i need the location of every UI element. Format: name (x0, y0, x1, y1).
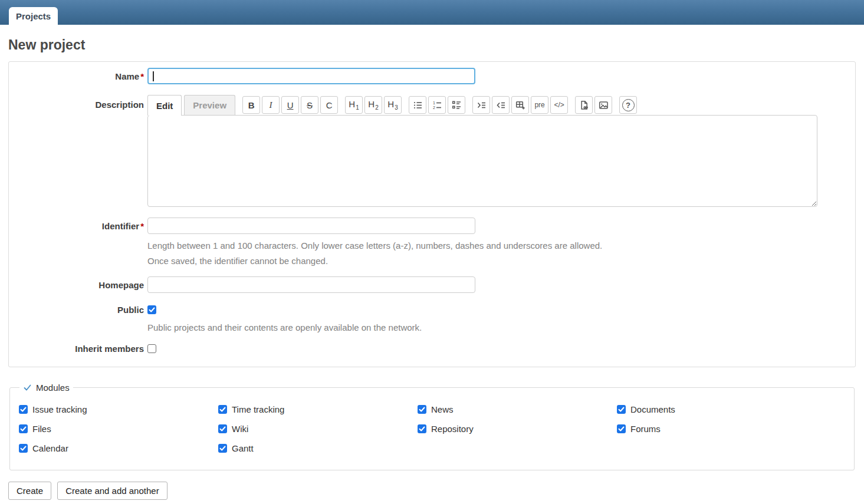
main-content: New project Name* Description Edit Previ… (0, 37, 864, 500)
checkbox-checked (617, 405, 626, 414)
insert-table-button[interactable] (511, 96, 529, 114)
tab-preview[interactable]: Preview (184, 95, 235, 115)
tab-edit[interactable]: Edit (147, 95, 182, 116)
quote-button[interactable] (472, 96, 490, 114)
form-actions: Create Create and add another (8, 482, 856, 500)
italic-button[interactable]: I (262, 96, 280, 114)
identifier-label: Identifier* (16, 221, 147, 231)
svg-text:2: 2 (433, 106, 435, 110)
underline-icon: U (287, 100, 294, 110)
identifier-row: Identifier* (16, 218, 848, 234)
module-calendar[interactable]: Calendar (19, 443, 218, 453)
strikethrough-button[interactable]: S (301, 96, 318, 114)
text-caret (153, 71, 154, 81)
underline-button[interactable]: U (281, 96, 299, 114)
checkbox-checked (617, 424, 626, 433)
ordered-list-button[interactable]: 1 2 (428, 96, 446, 114)
checkmark-icon (618, 406, 625, 413)
module-documents[interactable]: Documents (617, 404, 816, 414)
checkbox-checked (19, 405, 28, 414)
checkbox-checked (19, 444, 28, 453)
heading2-button[interactable]: H2 (364, 96, 382, 114)
homepage-row: Homepage (16, 276, 848, 293)
module-files[interactable]: Files (19, 424, 218, 434)
inline-code-button[interactable]: C (320, 96, 338, 114)
module-issue-tracking[interactable]: Issue tracking (19, 404, 218, 414)
checkbox-checked (418, 405, 426, 414)
heading1-button[interactable]: H1 (345, 96, 363, 114)
preformatted-button[interactable]: pre (531, 96, 548, 114)
module-forums[interactable]: Forums (617, 424, 816, 434)
public-label: Public (16, 305, 147, 315)
description-row: Description Edit Preview B I U S C H1 H2… (16, 95, 848, 207)
required-asterisk: * (140, 221, 144, 231)
unquote-button[interactable] (492, 96, 510, 114)
name-input[interactable] (147, 68, 475, 84)
checkmark-icon (419, 406, 425, 413)
inherit-members-label: Inherit members (16, 344, 147, 354)
modules-legend-label: Modules (36, 383, 70, 393)
ordered-list-icon: 1 2 (432, 100, 442, 110)
module-wiki[interactable]: Wiki (218, 424, 418, 434)
wiki-editor: Edit Preview B I U S C H1 H2 H3 (147, 95, 817, 207)
insert-image-button[interactable] (594, 96, 612, 114)
code-block-button[interactable]: </> (550, 96, 568, 114)
page-title: New project (8, 37, 856, 53)
modules-grid: Issue tracking Files Calendar Time track… (19, 404, 847, 463)
bold-button[interactable]: B (242, 96, 260, 114)
modules-legend[interactable]: Modules (19, 383, 73, 393)
modules-fieldset: Modules Issue tracking Files Calendar (9, 383, 855, 470)
checkbox-checked (19, 424, 28, 433)
public-checkbox[interactable] (147, 305, 156, 314)
help-icon: ? (622, 99, 635, 111)
inline-code-icon: C (326, 100, 333, 110)
checkmark-icon (618, 426, 625, 432)
heading1-icon: H1 (349, 99, 359, 111)
checkmark-icon (219, 445, 226, 452)
modules-column-4: Documents Forums (617, 404, 816, 463)
unquote-icon (496, 100, 506, 110)
heading3-button[interactable]: H3 (384, 96, 402, 114)
checkmark-icon (219, 426, 226, 432)
module-time-tracking[interactable]: Time tracking (218, 404, 418, 414)
definition-list-button[interactable] (448, 96, 465, 114)
bold-icon: B (248, 100, 255, 110)
modules-column-1: Issue tracking Files Calendar (19, 404, 218, 463)
checkbox-checked (218, 424, 227, 433)
wiki-link-icon (579, 100, 589, 110)
header-bar: Projects (0, 0, 864, 25)
homepage-input[interactable] (147, 276, 475, 293)
modules-column-2: Time tracking Wiki Gantt (218, 404, 418, 463)
module-repository[interactable]: Repository (418, 424, 617, 434)
heading3-icon: H3 (387, 99, 397, 111)
name-label: Name* (16, 71, 147, 81)
checkmark-icon (419, 426, 425, 432)
identifier-hint-1: Length between 1 and 100 characters. Onl… (147, 238, 848, 253)
description-textarea[interactable] (147, 115, 817, 207)
checkbox-checked (218, 444, 227, 453)
collapse-check-icon (23, 383, 32, 392)
create-button[interactable]: Create (8, 482, 51, 500)
unordered-list-button[interactable] (409, 96, 426, 114)
identifier-input[interactable] (147, 218, 475, 234)
module-news[interactable]: News (418, 404, 617, 414)
checkmark-icon (20, 445, 27, 452)
svg-text:1: 1 (433, 101, 435, 105)
wiki-link-button[interactable] (575, 96, 593, 114)
identifier-hints: Length between 1 and 100 characters. Onl… (16, 238, 848, 269)
inherit-members-checkbox[interactable] (147, 344, 156, 353)
name-row: Name* (16, 68, 848, 84)
identifier-hint-2: Once saved, the identifier cannot be cha… (147, 253, 848, 269)
tab-projects[interactable]: Projects (9, 7, 58, 25)
homepage-label: Homepage (16, 280, 147, 290)
help-button[interactable]: ? (619, 96, 637, 114)
checkmark-icon (20, 426, 27, 432)
checkbox-checked (418, 424, 426, 433)
checkmark-icon (149, 307, 155, 313)
editor-tabs-toolbar: Edit Preview B I U S C H1 H2 H3 (147, 95, 817, 115)
create-and-add-button[interactable]: Create and add another (57, 482, 167, 500)
inherit-members-row: Inherit members (16, 344, 848, 354)
quote-icon (477, 100, 487, 110)
module-gantt[interactable]: Gantt (218, 443, 418, 453)
public-row: Public (16, 305, 848, 315)
